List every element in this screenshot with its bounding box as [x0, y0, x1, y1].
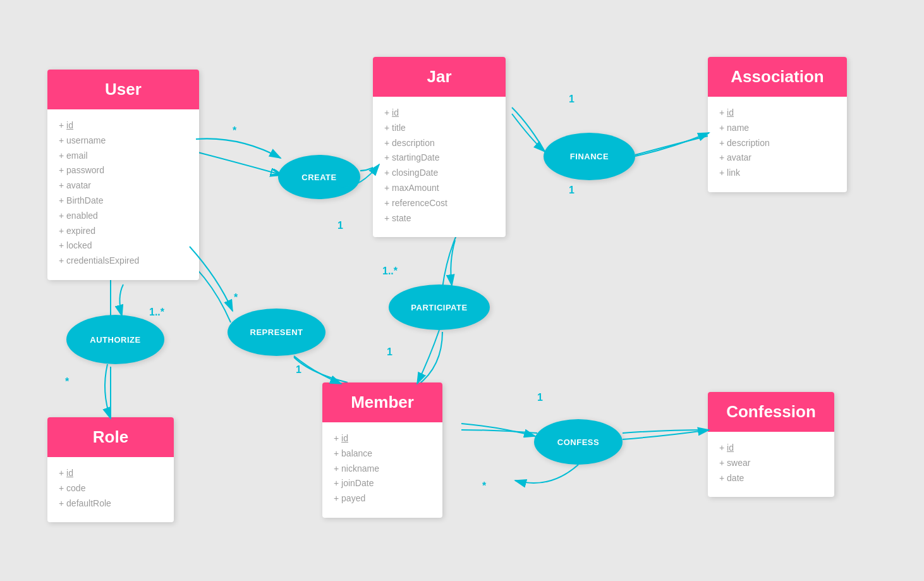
cardinality-finance-assoc-1: 1 — [569, 185, 574, 196]
relation-finance: FINANCE — [544, 133, 635, 180]
cardinality-member-confess-1: 1 — [537, 392, 543, 403]
entity-confession-header: Confession — [708, 392, 834, 432]
entity-jar-header: Jar — [373, 57, 506, 97]
entity-confession: Confession + id + swear + date — [708, 392, 834, 497]
relation-participate: PARTICIPATE — [389, 284, 490, 330]
relation-authorize: AUTHORIZE — [66, 315, 164, 364]
cardinality-user-auth-1star: 1..* — [149, 307, 164, 318]
relation-authorize-label: AUTHORIZE — [90, 335, 140, 345]
relation-represent: REPRESENT — [228, 309, 325, 356]
diagram-canvas: User + id + username + email + password … — [0, 0, 924, 581]
entity-jar: Jar + id + title + description + startin… — [373, 57, 506, 237]
entity-role-body: + id + code + defaultRole — [47, 457, 174, 522]
entity-association-body: + id + name + description + avatar + lin… — [708, 97, 847, 192]
entity-member: Member + id + balance + nickname + joinD… — [322, 382, 442, 518]
relation-finance-label: FINANCE — [570, 152, 609, 161]
entity-association: Association + id + name + description + … — [708, 57, 847, 192]
cardinality-jar-participate-1star: 1..* — [382, 266, 398, 277]
relation-participate-label: PARTICIPATE — [411, 303, 467, 312]
entity-user-body: + id + username + email + password + ava… — [47, 109, 199, 280]
entity-member-header: Member — [322, 382, 442, 422]
relation-confess-label: CONFESS — [557, 437, 599, 447]
relation-confess: CONFESS — [534, 419, 623, 465]
entity-user: User + id + username + email + password … — [47, 70, 199, 280]
cardinality-user-create-star: * — [233, 125, 236, 137]
relation-create-label: CREATE — [301, 173, 336, 182]
entity-jar-body: + id + title + description + startingDat… — [373, 97, 506, 237]
entity-member-body: + id + balance + nickname + joinDate + p… — [322, 422, 442, 518]
cardinality-represent-member-1: 1 — [296, 364, 301, 376]
entity-role-header: Role — [47, 417, 174, 457]
entity-confession-body: + id + swear + date — [708, 432, 834, 497]
relation-create: CREATE — [278, 155, 360, 199]
entity-association-header: Association — [708, 57, 847, 97]
cardinality-participate-member-1: 1 — [387, 346, 392, 358]
cardinality-confess-confession-star: * — [482, 480, 486, 492]
cardinality-jar-finance-1: 1 — [569, 94, 574, 105]
relation-represent-label: REPRESENT — [250, 327, 303, 337]
cardinality-create-jar-1: 1 — [337, 220, 343, 231]
entity-role: Role + id + code + defaultRole — [47, 417, 174, 522]
cardinality-auth-role-star: * — [65, 376, 69, 388]
entity-user-header: User — [47, 70, 199, 109]
cardinality-user-represent-star: * — [234, 292, 238, 303]
